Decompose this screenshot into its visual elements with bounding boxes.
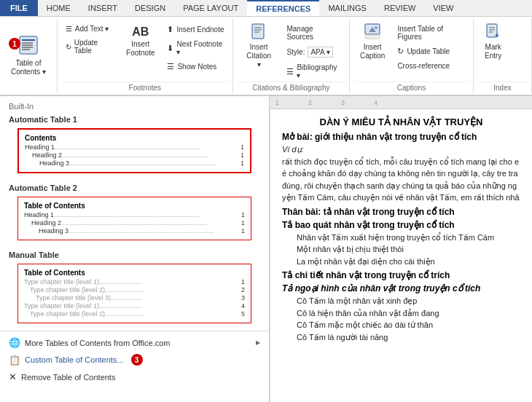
doc-heading-4: Tả chi tiết nhân vật trong truyện cổ trí… <box>282 270 520 280</box>
style-value: APA <box>310 48 324 56</box>
mark-entry-button[interactable]: + MarkEntry <box>478 20 508 64</box>
auto-table-1-line-3: Heading 3 ..............................… <box>25 159 244 167</box>
insert-table-figures-button[interactable]: Insert Table of Figures <box>394 23 469 43</box>
auto-table-2-preview[interactable]: Table of Contents Heading 1 ............… <box>17 197 251 240</box>
index-content: + MarkEntry <box>478 20 527 82</box>
insert-endnote-label: Insert Endnote <box>176 25 224 34</box>
toc-dropdown-wrapper: Built-In Automatic Table 1 Contents Head… <box>0 96 270 402</box>
index-label: Index <box>478 82 527 92</box>
table-of-contents-button[interactable]: Table ofContents ▾ 1 <box>4 31 52 80</box>
built-in-label: Built-In <box>0 100 269 112</box>
mt-label-2: Type chapter title (level 2) <box>30 286 105 293</box>
doc-heading-2: Thân bài: tả nhân vật trong truyện cổ tí… <box>282 207 520 217</box>
remove-toc-label: Remove Table of Contents <box>21 373 115 382</box>
add-text-icon: ☰ <box>66 25 72 33</box>
remove-toc-button[interactable]: ✕ Remove Table of Contents <box>0 368 269 385</box>
auto-table-2-line-2: Heading 2 ..............................… <box>24 219 245 226</box>
style-dropdown[interactable]: APA ▾ <box>308 47 332 58</box>
tab-home[interactable]: HOME <box>38 0 79 16</box>
update-table-cap-label: Update Table <box>407 47 450 55</box>
tab-page-layout[interactable]: PAGE LAYOUT <box>174 0 247 16</box>
doc-body-3: đúng, rôi chuyện thạch sanh dạy chúng ta… <box>282 180 520 192</box>
ribbon-content: Table ofContents ▾ 1 ☰ Add Text ▾ ↻ Upda… <box>0 17 532 95</box>
bibliography-icon: ☰ <box>286 67 294 76</box>
custom-toc-button[interactable]: 📋 Custom Table of Contents... 3 <box>0 351 269 368</box>
mt-label-1: Type chapter title (level 1) <box>24 278 99 285</box>
insert-citation-label: InsertCitation ▾ <box>244 43 274 69</box>
auto-table-2-item[interactable]: Automatic Table 2 Table of Contents Head… <box>0 181 269 245</box>
update-table-cap-button[interactable]: ↻ Update Table <box>394 44 469 58</box>
tab-mailings[interactable]: MAILINGS <box>319 0 375 16</box>
captions-group: InsertCaption Insert Table of Figures ↻ … <box>350 18 474 93</box>
footnotes-group: ☰ Add Text ▾ ↻ Update Table AB InsertFoo… <box>58 18 233 93</box>
ribbon-tab-bar: FILE HOME INSERT DESIGN PAGE LAYOUT REFE… <box>0 0 532 17</box>
mark-entry-label: MarkEntry <box>485 43 501 60</box>
insert-footnote-button[interactable]: AB InsertFootnote <box>120 20 160 63</box>
doc-indent-6: Cô Tấm mặc một chiếc áo dài tứ thân <box>297 319 520 331</box>
auto-table-1-preview[interactable]: Contents Heading 1 .....................… <box>17 128 251 173</box>
svg-point-12 <box>375 26 378 29</box>
custom-toc-badge: 3 <box>131 354 143 366</box>
toc-icon <box>18 35 39 58</box>
update-table-button[interactable]: ↻ Update Table <box>62 36 117 57</box>
more-toc-button[interactable]: 🌐 More Tables of Contents from Office.co… <box>0 334 269 351</box>
tab-review[interactable]: REVIEW <box>375 0 424 16</box>
update-table-cap-icon: ↻ <box>397 47 404 56</box>
next-footnote-button[interactable]: ⬇ Next Footnote ▾ <box>163 38 227 58</box>
mark-entry-icon: + <box>485 23 501 42</box>
bibliography-button[interactable]: ☰ Bibliography ▾ <box>283 61 344 82</box>
captions-content: InsertCaption Insert Table of Figures ↻ … <box>354 20 469 82</box>
insert-caption-button[interactable]: InsertCaption <box>354 20 391 64</box>
cross-reference-button[interactable]: Cross-reference <box>394 60 469 72</box>
more-toc-label: More Tables of Contents from Office.com <box>25 339 171 347</box>
manual-table-title: Manual Table <box>9 251 260 259</box>
auto-table-1-item[interactable]: Automatic Table 1 Contents Heading 1 ...… <box>0 112 269 178</box>
tab-view[interactable]: VIEW <box>424 0 462 16</box>
doc-indent-7: Cô Tấm là người tài năng <box>297 331 520 344</box>
svg-rect-13 <box>365 35 380 39</box>
caption-icon <box>364 23 380 42</box>
mt-line-1: Type chapter title (level 1) ...........… <box>24 278 245 285</box>
dots-2: ........................................… <box>62 151 237 159</box>
add-text-button[interactable]: ☰ Add Text ▾ <box>62 23 117 35</box>
tab-design[interactable]: DESIGN <box>126 0 174 16</box>
insert-citation-button[interactable]: InsertCitation ▾ <box>238 20 281 73</box>
mt-line-2: Type chapter title (level 2) ...........… <box>24 286 245 293</box>
doc-heading-3: Tả bao quát nhân vật trong truyện cổ tíc… <box>282 220 520 230</box>
show-notes-button[interactable]: ☰ Show Notes <box>163 60 227 74</box>
insert-endnote-button[interactable]: ⬆ Insert Endnote <box>163 23 227 36</box>
dots-3: ........................................… <box>69 159 237 167</box>
show-notes-icon: ☰ <box>167 62 174 71</box>
heading-1-label: Heading 1 <box>25 143 55 151</box>
footnotes-content: ☰ Add Text ▾ ↻ Update Table AB InsertFoo… <box>62 20 228 82</box>
show-notes-label: Show Notes <box>177 63 216 71</box>
doc-indent-5: Cô là hiện thân của nhân vật đảm đang <box>297 307 520 320</box>
mt-label-3: Type chapter title (level 3) <box>36 294 111 302</box>
footnotes-label: Footnotes <box>62 82 228 92</box>
manual-table-preview[interactable]: Table of Contents Type chapter title (le… <box>17 264 251 323</box>
tab-file[interactable]: FILE <box>0 0 38 16</box>
insert-endnote-icon: ⬆ <box>167 25 173 34</box>
ribbon: FILE HOME INSERT DESIGN PAGE LAYOUT REFE… <box>0 0 532 96</box>
dots-1: ........................................… <box>55 143 237 151</box>
mt-label-4: Type chapter title (level 1) <box>24 302 99 310</box>
style-select-button[interactable]: Style: APA ▾ <box>283 44 344 60</box>
footnote-stack: ⬆ Insert Endnote ⬇ Next Footnote ▾ ☰ Sho… <box>163 20 227 74</box>
doc-indent-3: La một nhân vật đại diện cho cái thiện <box>297 256 520 268</box>
num-3: 1 <box>237 159 244 167</box>
manage-sources-button[interactable]: Manage Sources <box>283 23 344 43</box>
tab-references[interactable]: REFERENCES <box>247 0 319 16</box>
document-wrapper: 1 2 3 4 DÀN Ý MIÊU TẢ NHÂN VẬT TRUYỆN Mở… <box>270 96 532 402</box>
mt-line-4: Type chapter title (level 1) ...........… <box>24 302 245 310</box>
heading-2-label: Heading 2 <box>32 151 62 159</box>
custom-toc-label: Custom Table of Contents... <box>25 355 124 364</box>
citations-group: InsertCitation ▾ Manage Sources Style: A… <box>233 18 350 93</box>
citation-icon <box>251 23 267 42</box>
auto-table-2-preview-title: Table of Contents <box>24 202 245 210</box>
tab-insert[interactable]: INSERT <box>79 0 126 16</box>
at2-heading-2-label: Heading 2 <box>31 219 61 226</box>
update-table-icon: ↻ <box>66 43 71 51</box>
doc-indent-4: Cô Tấm là một nhân vật xinh đẹp <box>297 295 520 307</box>
manual-table-item[interactable]: Manual Table Table of Contents Type chap… <box>0 248 269 328</box>
doc-indent-2: Một nhân vật bị chịu thiệt thòi <box>297 243 520 256</box>
